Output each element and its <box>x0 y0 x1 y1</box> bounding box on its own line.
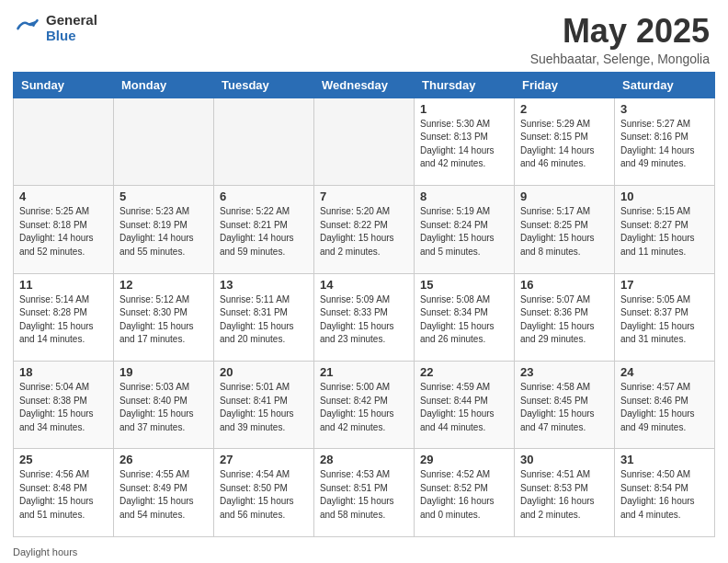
logo-text: General Blue <box>46 13 97 43</box>
calendar-cell <box>114 98 214 185</box>
day-number: 7 <box>320 190 408 203</box>
day-number: 12 <box>119 278 208 292</box>
calendar-cell: 7Sunrise: 5:20 AMSunset: 8:22 PMDaylight… <box>314 186 415 273</box>
calendar-cell: 16Sunrise: 5:07 AMSunset: 8:36 PMDayligh… <box>515 273 615 361</box>
page: General Blue May 2025 Suehbaatar, Seleng… <box>0 0 728 563</box>
day-info: Sunrise: 5:12 AMSunset: 8:30 PMDaylight:… <box>119 293 208 347</box>
day-number: 1 <box>420 102 508 116</box>
day-info: Sunrise: 5:03 AMSunset: 8:40 PMDaylight:… <box>119 381 208 434</box>
day-number: 6 <box>220 190 308 203</box>
day-info: Sunrise: 5:19 AMSunset: 8:24 PMDaylight:… <box>420 205 508 259</box>
calendar-table: SundayMondayTuesdayWednesdayThursdayFrid… <box>13 72 715 537</box>
calendar-cell: 1Sunrise: 5:30 AMSunset: 8:13 PMDaylight… <box>415 98 515 185</box>
calendar-cell: 3Sunrise: 5:27 AMSunset: 8:16 PMDaylight… <box>615 98 715 185</box>
day-number: 21 <box>320 365 408 379</box>
logo: General Blue <box>15 13 97 43</box>
day-info: Sunrise: 5:14 AMSunset: 8:28 PMDaylight:… <box>19 293 108 347</box>
calendar-cell: 6Sunrise: 5:22 AMSunset: 8:21 PMDaylight… <box>214 186 314 273</box>
day-number: 13 <box>220 278 308 292</box>
day-info: Sunrise: 5:23 AMSunset: 8:19 PMDaylight:… <box>119 205 208 259</box>
day-info: Sunrise: 4:56 AMSunset: 8:48 PMDaylight:… <box>19 468 108 522</box>
day-number: 29 <box>420 453 508 466</box>
day-number: 18 <box>19 365 108 379</box>
day-number: 26 <box>119 453 208 466</box>
day-info: Sunrise: 5:25 AMSunset: 8:18 PMDaylight:… <box>19 205 108 259</box>
calendar-cell: 5Sunrise: 5:23 AMSunset: 8:19 PMDaylight… <box>114 186 214 273</box>
day-number: 9 <box>520 190 609 203</box>
day-number: 20 <box>220 365 308 379</box>
day-number: 30 <box>520 453 609 466</box>
col-header-saturday: Saturday <box>615 72 715 98</box>
day-info: Sunrise: 5:22 AMSunset: 8:21 PMDaylight:… <box>220 205 308 259</box>
day-number: 19 <box>119 365 208 379</box>
calendar-cell <box>214 98 314 185</box>
month-title: May 2025 <box>530 13 710 50</box>
calendar-cell <box>314 98 415 185</box>
day-info: Sunrise: 5:04 AMSunset: 8:38 PMDaylight:… <box>19 381 108 434</box>
day-info: Sunrise: 5:29 AMSunset: 8:15 PMDaylight:… <box>520 118 609 171</box>
day-number: 8 <box>420 190 508 203</box>
subtitle: Suehbaatar, Selenge, Mongolia <box>530 52 710 66</box>
calendar-cell: 11Sunrise: 5:14 AMSunset: 8:28 PMDayligh… <box>14 273 114 361</box>
calendar-cell: 28Sunrise: 4:53 AMSunset: 8:51 PMDayligh… <box>314 449 415 537</box>
day-number: 25 <box>19 453 108 466</box>
footer-note: Daylight hours <box>0 545 728 563</box>
col-header-sunday: Sunday <box>14 72 114 98</box>
day-info: Sunrise: 4:59 AMSunset: 8:44 PMDaylight:… <box>420 381 508 434</box>
calendar-cell: 19Sunrise: 5:03 AMSunset: 8:40 PMDayligh… <box>114 362 214 449</box>
calendar-cell: 10Sunrise: 5:15 AMSunset: 8:27 PMDayligh… <box>615 186 715 273</box>
header: General Blue May 2025 Suehbaatar, Seleng… <box>0 0 728 72</box>
col-header-tuesday: Tuesday <box>214 72 314 98</box>
day-info: Sunrise: 5:27 AMSunset: 8:16 PMDaylight:… <box>620 118 709 171</box>
calendar-cell: 24Sunrise: 4:57 AMSunset: 8:46 PMDayligh… <box>615 362 715 449</box>
day-number: 27 <box>220 453 308 466</box>
calendar-cell: 31Sunrise: 4:50 AMSunset: 8:54 PMDayligh… <box>615 449 715 537</box>
day-info: Sunrise: 4:50 AMSunset: 8:54 PMDaylight:… <box>620 468 709 522</box>
day-info: Sunrise: 5:08 AMSunset: 8:34 PMDaylight:… <box>420 293 508 347</box>
day-info: Sunrise: 4:54 AMSunset: 8:50 PMDaylight:… <box>220 468 308 522</box>
calendar-cell: 14Sunrise: 5:09 AMSunset: 8:33 PMDayligh… <box>314 273 415 361</box>
calendar-cell: 15Sunrise: 5:08 AMSunset: 8:34 PMDayligh… <box>415 273 515 361</box>
calendar-cell: 27Sunrise: 4:54 AMSunset: 8:50 PMDayligh… <box>214 449 314 537</box>
day-info: Sunrise: 5:07 AMSunset: 8:36 PMDaylight:… <box>520 293 609 347</box>
calendar-cell: 2Sunrise: 5:29 AMSunset: 8:15 PMDaylight… <box>515 98 615 185</box>
day-info: Sunrise: 4:58 AMSunset: 8:45 PMDaylight:… <box>520 381 609 434</box>
calendar-cell: 26Sunrise: 4:55 AMSunset: 8:49 PMDayligh… <box>114 449 214 537</box>
col-header-monday: Monday <box>114 72 214 98</box>
day-info: Sunrise: 4:52 AMSunset: 8:52 PMDaylight:… <box>420 468 508 522</box>
day-number: 24 <box>620 365 709 379</box>
col-header-friday: Friday <box>515 72 615 98</box>
day-number: 3 <box>620 102 709 116</box>
day-info: Sunrise: 5:09 AMSunset: 8:33 PMDaylight:… <box>320 293 408 347</box>
day-number: 15 <box>420 278 508 292</box>
day-number: 2 <box>520 102 609 116</box>
day-info: Sunrise: 4:53 AMSunset: 8:51 PMDaylight:… <box>320 468 408 522</box>
day-number: 14 <box>320 278 408 292</box>
calendar-cell: 29Sunrise: 4:52 AMSunset: 8:52 PMDayligh… <box>415 449 515 537</box>
calendar-cell: 23Sunrise: 4:58 AMSunset: 8:45 PMDayligh… <box>515 362 615 449</box>
day-info: Sunrise: 5:01 AMSunset: 8:41 PMDaylight:… <box>220 381 308 434</box>
day-number: 23 <box>520 365 609 379</box>
calendar-cell: 12Sunrise: 5:12 AMSunset: 8:30 PMDayligh… <box>114 273 214 361</box>
calendar-cell: 20Sunrise: 5:01 AMSunset: 8:41 PMDayligh… <box>214 362 314 449</box>
daylight-label: Daylight hours <box>13 546 77 557</box>
day-number: 16 <box>520 278 609 292</box>
day-number: 28 <box>320 453 408 466</box>
day-number: 22 <box>420 365 508 379</box>
day-info: Sunrise: 5:17 AMSunset: 8:25 PMDaylight:… <box>520 205 609 259</box>
day-number: 10 <box>620 190 709 203</box>
day-number: 17 <box>620 278 709 292</box>
day-number: 5 <box>119 190 208 203</box>
logo-general: General <box>46 13 97 29</box>
col-header-thursday: Thursday <box>415 72 515 98</box>
day-number: 4 <box>19 190 108 203</box>
day-info: Sunrise: 5:20 AMSunset: 8:22 PMDaylight:… <box>320 205 408 259</box>
day-info: Sunrise: 5:15 AMSunset: 8:27 PMDaylight:… <box>620 205 709 259</box>
calendar-cell: 18Sunrise: 5:04 AMSunset: 8:38 PMDayligh… <box>14 362 114 449</box>
day-info: Sunrise: 5:11 AMSunset: 8:31 PMDaylight:… <box>220 293 308 347</box>
calendar-cell: 9Sunrise: 5:17 AMSunset: 8:25 PMDaylight… <box>515 186 615 273</box>
logo-blue: Blue <box>46 29 97 44</box>
calendar-cell: 30Sunrise: 4:51 AMSunset: 8:53 PMDayligh… <box>515 449 615 537</box>
calendar-cell: 17Sunrise: 5:05 AMSunset: 8:37 PMDayligh… <box>615 273 715 361</box>
day-info: Sunrise: 5:30 AMSunset: 8:13 PMDaylight:… <box>420 118 508 171</box>
